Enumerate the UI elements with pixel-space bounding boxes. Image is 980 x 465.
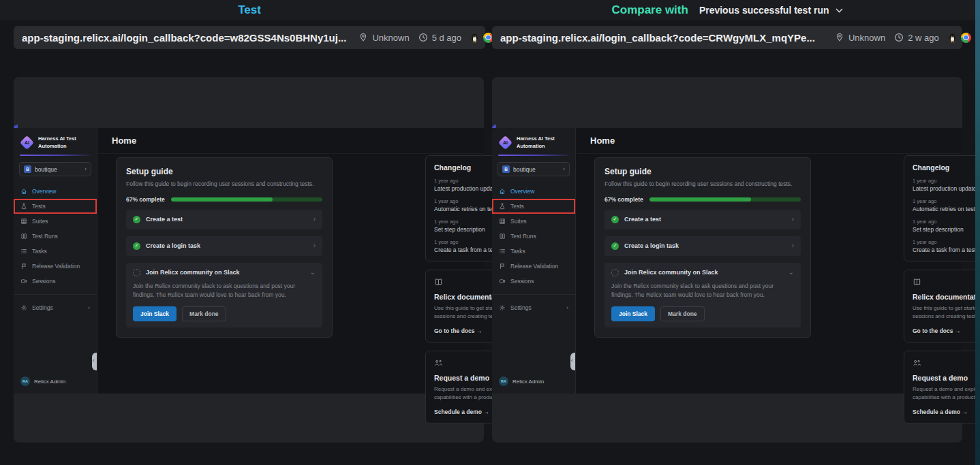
- sidebar-item-settings[interactable]: Settings ›: [14, 300, 97, 315]
- left-app-screenshot: AI Harness AI Test Automation B boutique…: [14, 128, 484, 394]
- mark-done-button[interactable]: Mark done: [182, 306, 226, 321]
- left-run-meta: Unknown 5 d ago: [358, 33, 493, 43]
- user-menu[interactable]: RA Relicx Admin: [499, 376, 544, 386]
- chevron-right-icon: ›: [85, 166, 87, 172]
- checklist-item-join-slack[interactable]: Join Relicx community on Slack ⌄ Join th…: [126, 263, 322, 327]
- right-url-text: app-staging.relicx.ai/login_callback?cod…: [500, 32, 815, 44]
- checklist-buttons: Join Slack Mark done: [133, 306, 316, 321]
- checklist-item-create-test[interactable]: ✓ Create a test ›: [604, 210, 801, 229]
- checklist-item-create-test[interactable]: ✓ Create a test ›: [126, 210, 322, 229]
- progress-track: [649, 197, 801, 202]
- schedule-demo-link[interactable]: Schedule a demo →: [913, 408, 980, 415]
- changelog-entry: 1 year ago Set step description: [913, 219, 980, 233]
- sidebar-item-label: Sessions: [32, 278, 56, 285]
- baseline-run-label: Previous successful test run: [699, 5, 829, 16]
- columns-icon: [20, 233, 27, 240]
- brand-divider: [20, 155, 91, 156]
- sidebar-item-label: Tests: [32, 203, 46, 210]
- setup-progress: 67% complete: [604, 196, 801, 203]
- checklist-item-description: Join the Relicx community slack to ask q…: [133, 282, 316, 300]
- sidebar-item-settings[interactable]: Settings ›: [492, 300, 575, 315]
- checklist-label: Create a test: [146, 216, 183, 223]
- sidebar-item-label: Settings: [32, 304, 53, 311]
- sidebar-divider: [14, 294, 97, 295]
- sidebar-divider: [492, 294, 575, 295]
- brand: AI Harness AI Test Automation: [14, 128, 97, 155]
- todo-circle-icon: [133, 269, 140, 276]
- brand: AI Harness AI Test Automation: [492, 128, 575, 155]
- sidebar-item-tests[interactable]: Tests: [14, 199, 97, 214]
- go-to-docs-link[interactable]: Go to the docs →: [913, 327, 980, 334]
- brand-name: Harness AI Test Automation: [517, 135, 562, 149]
- sidebar-item-release-validation[interactable]: Release Validation: [492, 259, 575, 274]
- people-icon: [913, 359, 921, 367]
- brand-divider: [498, 155, 569, 156]
- progress-label: 67% complete: [604, 196, 643, 203]
- user-name: Relicx Admin: [34, 379, 65, 385]
- left-pane-header: Test: [14, 0, 485, 20]
- changelog-title: Changelog: [913, 163, 980, 172]
- join-slack-button[interactable]: Join Slack: [133, 306, 177, 321]
- checklist-item-join-slack[interactable]: Join Relicx community on Slack ⌄ Join th…: [604, 263, 801, 327]
- sidebar-item-label: Release Validation: [32, 263, 80, 270]
- setup-guide-title: Setup guide: [604, 167, 801, 176]
- changelog-text: Set step description: [913, 226, 980, 233]
- location-pin-icon: [835, 33, 844, 42]
- page-header: Home: [577, 128, 962, 154]
- checklist-label: Create a login task: [146, 242, 200, 249]
- setup-guide-card: Setup guide Follow this guide to begin r…: [594, 157, 811, 338]
- video-camera-icon: [499, 278, 506, 285]
- sidebar-item-label: Test Runs: [32, 233, 58, 240]
- sidebar-item-label: Suites: [510, 218, 527, 225]
- page-title: Home: [590, 135, 615, 146]
- left-pane-title: Test: [238, 3, 261, 17]
- app-sidebar: AI Harness AI Test Automation B boutique…: [14, 128, 97, 394]
- request-demo-title: Request a demo: [913, 374, 980, 382]
- background-art-strip: [975, 0, 980, 465]
- changelog-entry: 1 year ago Latest production update: [913, 178, 980, 192]
- sidebar-item-test-runs[interactable]: Test Runs: [14, 229, 97, 244]
- test-comparison-view: Test Compare with Previous successful te…: [0, 0, 980, 465]
- gear-icon: [20, 304, 27, 311]
- video-camera-icon: [20, 278, 27, 285]
- project-selector[interactable]: B boutique ›: [497, 162, 570, 176]
- sidebar-item-tests[interactable]: Tests: [492, 199, 575, 214]
- checklist-item-create-login-task[interactable]: ✓ Create a login task ›: [604, 236, 801, 256]
- sidebar-item-label: Settings: [510, 304, 532, 311]
- sidebar-item-test-runs[interactable]: Test Runs: [492, 229, 575, 244]
- user-menu[interactable]: RA Relicx Admin: [20, 376, 65, 386]
- check-circle-icon: ✓: [611, 216, 619, 223]
- project-selector[interactable]: B boutique ›: [19, 162, 91, 176]
- project-badge: B: [502, 165, 510, 173]
- changelog-card: Changelog 1 year ago Latest production u…: [904, 155, 980, 261]
- setup-guide-description: Follow this guide to begin recording use…: [126, 180, 322, 189]
- sidebar-item-label: Overview: [32, 188, 56, 195]
- checklist-item-header[interactable]: Join Relicx community on Slack ⌄: [133, 269, 316, 276]
- right-screenshot-panel[interactable]: AI Harness AI Test Automation B boutique…: [492, 77, 962, 443]
- sidebar-item-release-validation[interactable]: Release Validation: [14, 259, 97, 274]
- book-icon: [434, 278, 443, 286]
- left-screenshot-panel[interactable]: AI Harness AI Test Automation B boutique…: [14, 77, 484, 443]
- chevron-right-icon: ›: [792, 242, 794, 249]
- sidebar-collapse-handle[interactable]: [92, 353, 97, 370]
- sidebar-collapse-handle[interactable]: [570, 353, 575, 370]
- sidebar-item-label: Tasks: [32, 248, 47, 255]
- sidebar-item-suites[interactable]: Suites: [14, 214, 97, 229]
- checklist-item-create-login-task[interactable]: ✓ Create a login task ›: [126, 236, 322, 256]
- sidebar-item-overview[interactable]: Overview: [14, 184, 97, 199]
- checklist-item-header[interactable]: Join Relicx community on Slack ⌄: [611, 269, 794, 276]
- sidebar-item-suites[interactable]: Suites: [492, 214, 575, 229]
- sidebar-item-tasks[interactable]: Tasks: [14, 244, 97, 259]
- sidebar-item-overview[interactable]: Overview: [492, 184, 575, 199]
- chrome-icon: [961, 33, 971, 43]
- chevron-right-icon: ›: [88, 305, 90, 311]
- mark-done-button[interactable]: Mark done: [660, 306, 705, 321]
- sidebar-item-tasks[interactable]: Tasks: [492, 244, 575, 259]
- documentation-description: Use this guide to get started recording …: [913, 304, 980, 321]
- sidebar-item-sessions[interactable]: Sessions: [14, 274, 97, 289]
- sidebar-item-sessions[interactable]: Sessions: [492, 274, 575, 289]
- app-main: Home Setup guide Follow this guide to be…: [98, 128, 484, 394]
- join-slack-button[interactable]: Join Slack: [611, 306, 655, 321]
- baseline-run-selector[interactable]: Previous successful test run: [699, 5, 843, 16]
- chevron-right-icon: ›: [563, 166, 565, 172]
